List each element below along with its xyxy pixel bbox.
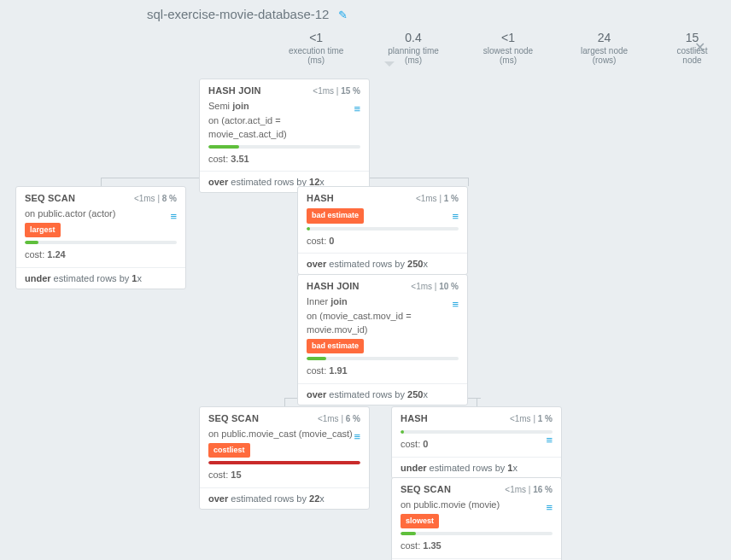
plan-node-seq-scan-movie-cast[interactable]: SEQ SCAN <1ms | 6 % ≡ on public.movie_ca… bbox=[199, 406, 370, 510]
estimation-row: under estimated rows by 1x bbox=[16, 267, 185, 289]
node-timing: <1ms | 15 % bbox=[313, 86, 360, 96]
estimation-row: over estimated rows by 250x bbox=[298, 253, 467, 274]
plan-node-hash-2[interactable]: HASH <1ms | 1 % ≡ cost: 0 under estimate… bbox=[391, 406, 562, 479]
badge-bad-estimate: bad estimate bbox=[307, 339, 364, 354]
node-timing: <1ms | 6 % bbox=[318, 414, 360, 423]
plan-node-hash[interactable]: HASH <1ms | 1 % ≡ bad estimate cost: 0 o… bbox=[297, 186, 468, 275]
node-op: SEQ SCAN bbox=[208, 413, 259, 423]
cost-bar bbox=[401, 430, 553, 434]
node-op: HASH JOIN bbox=[208, 85, 261, 96]
node-relation: on public.actor (actor) bbox=[25, 208, 115, 219]
database-icon[interactable]: ≡ bbox=[452, 296, 459, 313]
cost-bar bbox=[25, 241, 177, 244]
cost-bar bbox=[307, 227, 459, 230]
node-timing: <1ms | 8 % bbox=[134, 194, 177, 203]
database-icon[interactable]: ≡ bbox=[546, 499, 553, 516]
badge-slowest: slowest bbox=[401, 514, 439, 529]
cost-bar bbox=[401, 532, 553, 535]
stat-largest-node: 24 largest node (rows) bbox=[555, 31, 653, 65]
node-timing: <1ms | 10 % bbox=[411, 282, 459, 291]
plan-node-seq-scan-movie[interactable]: SEQ SCAN <1ms | 16 % ≡ on public.movie (… bbox=[391, 477, 562, 560]
plan-name: sql-exercise-movie-database-12 bbox=[147, 7, 329, 21]
stat-execution-time: <1 execution time (ms) bbox=[266, 31, 366, 65]
node-op: HASH bbox=[307, 193, 334, 203]
node-relation: on public.movie_cast (movie_cast) bbox=[208, 429, 353, 439]
connector bbox=[101, 178, 102, 186]
node-op: HASH bbox=[401, 413, 428, 423]
badge-costliest: costliest bbox=[208, 443, 250, 458]
connector bbox=[468, 178, 469, 186]
cost-bar bbox=[307, 357, 459, 360]
node-op: SEQ SCAN bbox=[401, 484, 451, 494]
pointer-icon bbox=[384, 61, 395, 67]
stat-planning-time: 0.4 planning time (ms) bbox=[366, 31, 460, 65]
node-relation: on public.movie (movie) bbox=[401, 499, 500, 510]
cost-bar bbox=[208, 461, 360, 464]
close-icon[interactable]: ✕ bbox=[694, 39, 705, 55]
edit-icon[interactable]: ✎ bbox=[338, 9, 348, 21]
node-condition: on (actor.act_id = movie_cast.act_id) bbox=[208, 115, 287, 140]
stat-costliest-node: 15 costliest node bbox=[653, 31, 731, 65]
estimation-row: over estimated rows by 22x bbox=[200, 487, 369, 509]
node-op: SEQ SCAN bbox=[25, 193, 75, 203]
node-condition: on (movie_cast.mov_id = movie.mov_id) bbox=[307, 311, 412, 335]
plan-node-hash-join[interactable]: HASH JOIN <1ms | 15 % ≡ Semi join on (ac… bbox=[199, 79, 370, 193]
connector bbox=[284, 398, 285, 406]
page-title: sql-exercise-movie-database-12 ✎ bbox=[147, 7, 348, 21]
badge-largest: largest bbox=[25, 223, 61, 238]
database-icon[interactable]: ≡ bbox=[354, 101, 360, 118]
node-timing: <1ms | 1 % bbox=[510, 414, 553, 423]
cost-bar bbox=[208, 145, 360, 149]
plan-node-seq-scan-actor[interactable]: SEQ SCAN <1ms | 8 % ≡ on public.actor (a… bbox=[15, 186, 186, 289]
node-op: HASH JOIN bbox=[307, 281, 360, 291]
estimation-row: over estimated rows by 250x bbox=[298, 383, 467, 405]
node-timing: <1ms | 1 % bbox=[416, 194, 459, 203]
stat-slowest-node: <1 slowest node (ms) bbox=[461, 31, 555, 65]
estimation-row: under estimated rows by 1x bbox=[392, 457, 561, 478]
connector bbox=[477, 398, 477, 406]
database-icon[interactable]: ≡ bbox=[546, 432, 553, 449]
database-icon[interactable]: ≡ bbox=[452, 208, 459, 225]
database-icon[interactable]: ≡ bbox=[170, 208, 177, 225]
badge-bad-estimate: bad estimate bbox=[307, 208, 364, 224]
node-timing: <1ms | 16 % bbox=[505, 485, 553, 494]
summary-stats: <1 execution time (ms) 0.4 planning time… bbox=[266, 31, 731, 65]
database-icon[interactable]: ≡ bbox=[354, 429, 360, 446]
plan-node-hash-join-inner[interactable]: HASH JOIN <1ms | 10 % ≡ Inner join on (m… bbox=[297, 274, 468, 405]
